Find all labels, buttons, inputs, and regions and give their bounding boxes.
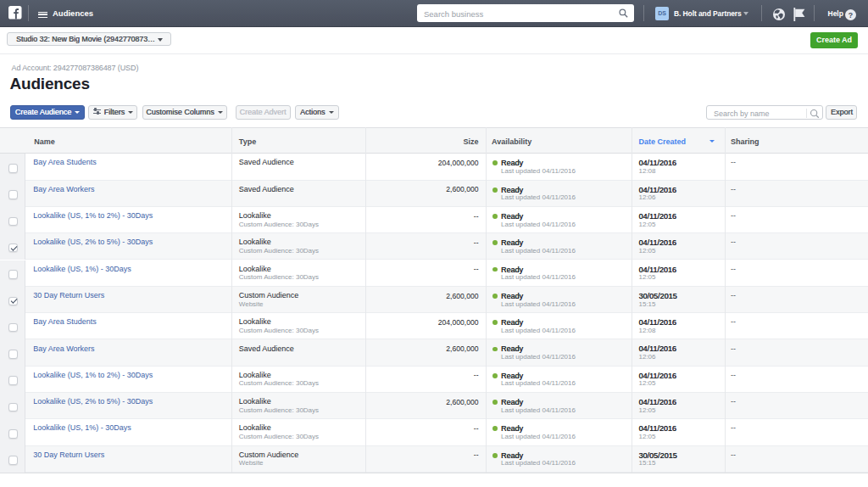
svg-text:?: ? — [849, 10, 853, 19]
